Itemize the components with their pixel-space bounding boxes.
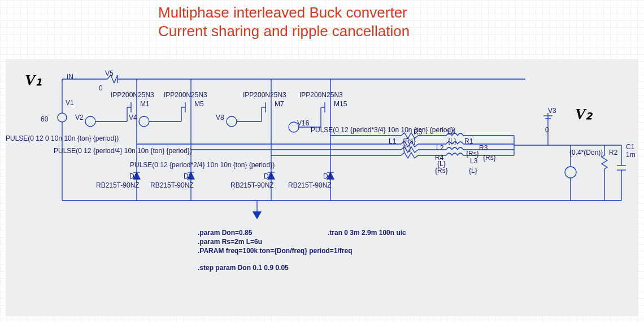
label-v3: V3 — [548, 107, 556, 115]
svg-point-37 — [85, 116, 95, 127]
label-m15: M15 — [334, 100, 347, 108]
node-in: IN — [67, 73, 73, 81]
label-v1-val: 60 — [41, 115, 48, 123]
node-zero-right: 0 — [545, 126, 549, 134]
svg-point-82 — [565, 167, 576, 178]
rs-3: {Rs} — [483, 154, 496, 162]
label-r5: R5 — [414, 128, 422, 136]
svg-point-11 — [58, 113, 67, 122]
spice-tran: .tran 0 3m 2.9m 100n uic — [328, 229, 406, 237]
diode-model-3: RB215T-90NZ — [230, 181, 274, 189]
label-v4: V4 — [129, 114, 137, 121]
l-2: {L} — [448, 137, 456, 145]
label-r3: R3 — [479, 144, 488, 152]
rs-4: {Rs} — [435, 167, 448, 175]
spice-param-rsl: .param Rs=2m L=6u — [198, 238, 262, 246]
label-m7: M7 — [275, 100, 284, 108]
label-m5: M5 — [194, 100, 204, 108]
node-zero-left: 0 — [99, 84, 103, 92]
svg-line-3 — [114, 75, 118, 83]
diode-model-4: RB215T-90NZ — [288, 181, 332, 189]
fet-model-2: IPP200N25N3 — [164, 91, 207, 99]
svg-point-38 — [139, 116, 149, 127]
label-v16: V16 — [297, 119, 309, 127]
pulse-2: PULSE(0 12 {period/4} 10n 10n {ton} {per… — [54, 147, 192, 155]
label-l4: L4 — [447, 128, 455, 136]
rs-2: {Rs} — [466, 150, 479, 158]
fet-model-3: IPP200N25N3 — [243, 91, 286, 99]
diode-model-1: RB215T-90NZ — [96, 181, 140, 189]
spice-step: .step param Don 0.1 0.9 0.05 — [198, 264, 289, 272]
pulse-1: PULSE(0 12 0 10n 10n {ton} {period}) — [6, 134, 119, 142]
l-4: {L} — [469, 167, 477, 175]
svg-marker-20 — [253, 212, 261, 219]
spice-param-don: .param Don=0.85 — [198, 229, 252, 237]
label-l3: L3 — [470, 157, 477, 165]
label-r2: R2 — [609, 149, 617, 156]
title-line-1: Multiphase interleaved Buck converter — [158, 4, 407, 21]
diode-model-2: RB215T-90NZ — [150, 181, 194, 189]
label-d2: D2 — [184, 172, 192, 180]
fet-model-4: IPP200N25N3 — [299, 91, 343, 99]
schematic-canvas: V₁ V₂ — [6, 59, 638, 316]
fet-model-1: IPP200N25N3 — [111, 91, 154, 99]
label-l2: L2 — [436, 144, 443, 152]
label-v1: V1 — [66, 99, 74, 107]
spice-param-freq: .PARAM freq=100k ton={Don/freq} period=1… — [198, 247, 353, 255]
label-v5: V5 — [105, 69, 114, 77]
label-l1: L1 — [389, 137, 396, 145]
label-c1: C1 — [626, 143, 634, 151]
pulse-4: PULSE(0 12 {period*3/4} 10n 10n {ton} {p… — [311, 126, 455, 134]
label-v8: V8 — [216, 114, 224, 121]
isource-label: {0.4*(Don)} — [569, 149, 603, 156]
pulse-3: PULSE(0 12 {period*2/4} 10n 10n {ton} {p… — [130, 161, 275, 169]
label-d4: D4 — [323, 172, 332, 180]
label-d1: D1 — [129, 172, 138, 180]
label-r1: R1 — [464, 137, 473, 145]
page-title: Multiphase interleaved Buck converter Cu… — [158, 3, 410, 40]
label-d3: D3 — [264, 172, 272, 180]
label-m1: M1 — [140, 100, 150, 108]
l-1: {L} — [403, 144, 411, 152]
label-v2: V2 — [75, 114, 84, 121]
label-c1v: 1m — [626, 151, 636, 159]
title-line-2: Current sharing and ripple cancellation — [158, 23, 410, 40]
svg-point-39 — [227, 116, 237, 127]
